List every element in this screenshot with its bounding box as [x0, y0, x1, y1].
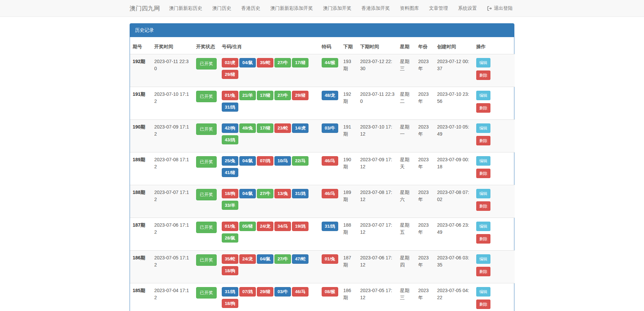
delete-button[interactable]: 删除 — [476, 201, 490, 211]
special-cell: 46/马 — [319, 152, 341, 185]
draw-time-cell: 2023-07-06 17:12 — [152, 218, 193, 251]
brand-title[interactable]: 澳门四九网 — [130, 4, 160, 12]
nav-item-2[interactable]: 香港历史 — [236, 0, 265, 17]
special-cell: 44/猴 — [319, 54, 341, 87]
issue-cell: 190期 — [130, 120, 152, 152]
edit-button[interactable]: 编辑 — [476, 123, 490, 133]
number-badge: 04/鼠 — [257, 254, 273, 264]
status-badge: 已开奖 — [196, 156, 217, 168]
number-badge: 02/虎 — [222, 58, 238, 67]
number-badge: 43/鸡 — [222, 135, 238, 145]
draw-time-cell: 2023-07-10 17:12 — [152, 87, 193, 120]
column-header: 下期时间 — [357, 37, 397, 54]
next-issue-cell: 187期 — [341, 251, 357, 283]
year-cell: 2023年 — [415, 54, 434, 87]
navbar-container: 澳门四九网 澳门新新彩历史澳门历史香港历史澳门新新彩添加开奖澳门添加开奖香港添加… — [130, 0, 514, 17]
number-badge: 29/猪 — [222, 70, 238, 79]
nav-item-3[interactable]: 澳门新新彩添加开奖 — [265, 0, 318, 17]
actions-cell: 编辑删除 — [474, 283, 515, 311]
numbers-cell: 01/兔05/猪24/龙34/马19/鸡28/鼠 — [219, 218, 319, 251]
number-badge: 28/鼠 — [222, 233, 238, 243]
next-time-cell: 2023-07-09 17:12 — [357, 152, 397, 185]
delete-button[interactable]: 删除 — [476, 103, 490, 113]
number-badge: 04/鼠 — [239, 156, 256, 166]
nav-item-8[interactable]: 系统设置 — [453, 0, 482, 17]
numbers-cell: 18/狗04/鼠27/牛13/兔31/鸡33/羊 — [219, 185, 319, 218]
status-badge: 已开奖 — [196, 287, 217, 299]
special-code-badge: 08/猴 — [322, 287, 338, 296]
number-badge: 25/兔 — [222, 156, 238, 166]
draw-time-cell: 2023-07-07 17:12 — [152, 185, 193, 218]
nav-item-0[interactable]: 澳门新新彩历史 — [164, 0, 207, 17]
table-row: 190期2023-07-09 17:12已开奖42/狗49/兔17/猪23/蛇1… — [130, 120, 515, 152]
table-row: 185期2023-07-04 17:12已开奖31/鸡07/鸡29/猪03/牛4… — [130, 283, 515, 311]
actions-cell: 编辑删除 — [474, 120, 515, 152]
number-badge: 35/蛇 — [257, 58, 273, 67]
delete-button[interactable]: 删除 — [476, 169, 490, 178]
delete-button[interactable]: 删除 — [476, 136, 490, 145]
next-issue-cell: 192期 — [341, 87, 357, 120]
created-time-cell: 2023-07-06 23:49 — [434, 218, 474, 251]
status-badge: 已开奖 — [196, 222, 217, 233]
draw-time-cell: 2023-07-11 22:30 — [152, 54, 193, 87]
special-code-badge: 44/猴 — [322, 58, 338, 67]
issue-cell: 185期 — [130, 283, 152, 311]
edit-button[interactable]: 编辑 — [476, 222, 490, 231]
history-table: 期号开奖时间开奖状态号码/生肖特码下期下期时间星期年份创建时间操作 192期20… — [130, 37, 515, 311]
column-header: 星期 — [397, 37, 415, 54]
issue-cell: 189期 — [130, 152, 152, 185]
created-time-cell: 2023-07-10 23:56 — [434, 87, 474, 120]
logout-button[interactable]: 退出登陆 — [482, 0, 518, 17]
status-cell: 已开奖 — [193, 120, 219, 152]
numbers-cell: 01/兔21/羊17/猪27/牛29/猪31/鸡 — [219, 87, 319, 120]
column-header: 年份 — [415, 37, 434, 54]
nav-item-6[interactable]: 资料图库 — [395, 0, 424, 17]
table-row: 186期2023-07-05 17:12已开奖35/蛇24/龙04/鼠27/牛4… — [130, 251, 515, 283]
special-code-badge: 48/龙 — [322, 91, 338, 100]
nav-item-1[interactable]: 澳门历史 — [207, 0, 236, 17]
edit-button[interactable]: 编辑 — [476, 58, 490, 67]
nav-item-4[interactable]: 澳门添加开奖 — [318, 0, 356, 17]
number-badge: 34/马 — [274, 222, 291, 231]
issue-cell: 191期 — [130, 87, 152, 120]
status-badge: 已开奖 — [196, 58, 217, 69]
number-badge: 35/蛇 — [222, 254, 238, 264]
numbers-cell: 35/蛇24/龙04/鼠27/牛47/蛇18/狗 — [219, 251, 319, 283]
history-panel: 历史记录 期号开奖时间开奖状态号码/生肖特码下期下期时间星期年份创建时间操作 1… — [130, 23, 514, 311]
created-time-cell: 2023-07-10 05:49 — [434, 120, 474, 152]
special-code-badge: 46/马 — [322, 156, 338, 166]
next-issue-cell: 188期 — [341, 218, 357, 251]
column-header: 号码/生肖 — [219, 37, 319, 54]
edit-button[interactable]: 编辑 — [476, 254, 490, 264]
number-badge: 19/鸡 — [292, 222, 308, 231]
year-cell: 2023年 — [415, 218, 434, 251]
next-time-cell: 2023-07-06 17:12 — [357, 251, 397, 283]
special-cell: 01/兔 — [319, 251, 341, 283]
delete-button[interactable]: 删除 — [476, 267, 490, 276]
column-header: 期号 — [130, 37, 152, 54]
delete-button[interactable]: 删除 — [476, 234, 490, 244]
nav-item-5[interactable]: 香港添加开奖 — [356, 0, 395, 17]
weekday-cell: 星期二 — [397, 87, 415, 120]
main-container: 历史记录 期号开奖时间开奖状态号码/生肖特码下期下期时间星期年份创建时间操作 1… — [130, 23, 514, 311]
edit-button[interactable]: 编辑 — [476, 189, 490, 198]
delete-button[interactable]: 删除 — [476, 300, 490, 309]
number-badge: 31/鸡 — [222, 103, 238, 112]
issue-cell: 188期 — [130, 185, 152, 218]
number-badge: 04/鼠 — [239, 189, 256, 198]
created-time-cell: 2023-07-12 00:37 — [434, 54, 474, 87]
number-badge: 27/牛 — [257, 189, 273, 198]
draw-time-cell: 2023-07-05 17:12 — [152, 251, 193, 283]
year-cell: 2023年 — [415, 152, 434, 185]
status-badge: 已开奖 — [196, 123, 217, 135]
edit-button[interactable]: 编辑 — [476, 91, 490, 100]
nav-item-7[interactable]: 文章管理 — [424, 0, 453, 17]
edit-button[interactable]: 编辑 — [476, 287, 490, 296]
status-cell: 已开奖 — [193, 152, 219, 185]
next-issue-cell: 189期 — [341, 185, 357, 218]
special-cell: 46/马 — [319, 185, 341, 218]
actions-cell: 编辑删除 — [474, 54, 515, 87]
delete-button[interactable]: 删除 — [476, 70, 490, 80]
edit-button[interactable]: 编辑 — [476, 156, 490, 166]
actions-cell: 编辑删除 — [474, 251, 515, 283]
